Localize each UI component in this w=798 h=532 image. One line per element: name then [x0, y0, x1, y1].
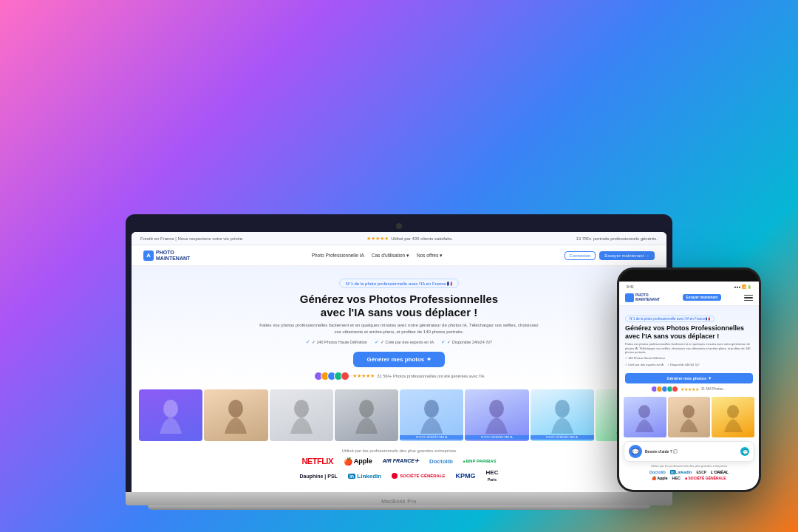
phone-brand-loreal: L'ORÉAL — [711, 470, 729, 474]
phone-photo-3 — [712, 397, 754, 437]
logo: PHOTO MAINTENANT — [143, 250, 190, 261]
nav-stars: ★★★★★ — [366, 236, 389, 242]
apple-icon: 🍎 — [344, 457, 352, 466]
laptop-screen-outer: Fondé en France | Nous respectons votre … — [126, 214, 672, 492]
phone-signal: ●●● 📶 🔋 — [734, 284, 751, 289]
brand-apple: 🍎 Apple — [344, 457, 372, 466]
hero-title: Générez vos Photos Professionnelles avec… — [146, 293, 652, 319]
main-nav: PHOTO MAINTENANT Photo Professionnelle I… — [132, 245, 666, 266]
phone-generate-button[interactable]: Générer mes photos ✦ — [625, 373, 753, 383]
brand-hec: HECParis — [486, 469, 499, 482]
brand-kpmg: KPMG — [456, 472, 476, 480]
ham-line-3 — [744, 300, 753, 301]
ham-line-1 — [744, 295, 753, 296]
phone-hero-title: Générez vos Photos Professionnelles avec… — [625, 324, 753, 341]
svg-point-8 — [638, 405, 650, 418]
phone-brands-label: Utilisé par les professionnels des plus … — [624, 464, 754, 468]
brands-row-2: Dauphine | PSL in LinkedIn SOCIÉTÉ GÉNÉR… — [146, 469, 652, 482]
phone-time: 9:41 — [627, 284, 634, 289]
nav-link-cas[interactable]: Cas d'utilisation ▾ — [372, 253, 409, 259]
svg-point-3 — [359, 400, 374, 417]
avatars-row — [314, 372, 349, 381]
phone-chat-widget[interactable]: 💬 Besoin d'aide ? 💬 💬 — [624, 441, 754, 462]
hamburger-menu[interactable] — [744, 295, 753, 301]
phone-social-proof: ★★★★★ 31 564 Photos... — [625, 386, 753, 392]
phone-features: ✓ 140 Photos Haute Définition — [625, 356, 753, 360]
svg-point-6 — [555, 400, 570, 417]
phone-feature-3: ✓ Disponible 24h/24 7j/7 — [667, 363, 700, 366]
phone-notch — [664, 270, 715, 282]
phone-brand-sg: ■ SOCIÉTÉ GÉNÉRALE — [685, 476, 726, 480]
phone-proof-stars: ★★★★★ — [681, 386, 699, 392]
photo-item-4 — [335, 389, 398, 441]
phone-brand-doctolib: Doctolib — [649, 470, 666, 474]
hero-features: ✓ ✓ 140 Photos Haute Définition ✓ ✓ Créé… — [146, 339, 652, 345]
photo-grid — [132, 389, 666, 446]
phone-photo-2 — [668, 397, 711, 437]
phone-feature-2: ✓ Créé par des experts en IA — [625, 363, 664, 366]
phone-nav: PHOTO MAINTENANT Essayer maintenant — [619, 290, 759, 306]
brand-societe-generale: SOCIÉTÉ GÉNÉRALE — [392, 473, 445, 479]
svg-point-9 — [683, 405, 695, 418]
phone-hero-badge: N°1 de la photo professionnelle avec l'I… — [625, 316, 715, 322]
photo-item-7 — [531, 389, 594, 441]
login-button[interactable]: Connexion — [565, 251, 596, 260]
laptop-foot — [148, 505, 650, 510]
hero-feature-3: ✓ ✓ Disponible 24h/24 7j/7 — [441, 339, 492, 345]
phone-brand-apple: 🍎 Apple — [652, 476, 667, 480]
photo-item-1 — [139, 389, 202, 441]
logo-text: PHOTO MAINTENANT — [156, 250, 190, 261]
phone-brands-row-1: Doctolib inLinkedIn ESCP L'ORÉAL — [624, 470, 754, 474]
brand-bnp: ▪BNP PARIBAS — [463, 458, 497, 465]
laptop-base — [126, 492, 672, 505]
phone-features-2: ✓ Créé par des experts en IA ✓ Disponibl… — [625, 363, 753, 366]
phone-cta-button[interactable]: Essayer maintenant — [683, 294, 722, 301]
phone-feature-1: ✓ 140 Photos Haute Définition — [625, 356, 665, 360]
website-content: Fondé en France | Nous respectons votre … — [132, 232, 666, 492]
phone-photo-1 — [624, 397, 666, 437]
svg-point-0 — [163, 400, 178, 417]
try-now-button[interactable]: Essayer maintenant → — [599, 251, 655, 260]
mini-avatar-5 — [341, 372, 349, 381]
phone-brand-escp: ESCP — [696, 470, 706, 474]
check-icon-1: ✓ — [306, 339, 310, 345]
scene: Fondé en France | Nous respectons votre … — [44, 22, 754, 510]
phone-proof-text: 31 564 Photos... — [701, 387, 726, 391]
ham-line-2 — [744, 297, 753, 299]
svg-point-10 — [727, 405, 739, 418]
photo-item-6 — [465, 389, 528, 441]
nav-link-offres[interactable]: Nos offres ▾ — [417, 253, 443, 259]
hero-feature-2: ✓ ✓ Créé par des experts en IA — [375, 339, 434, 345]
brand-netflix: NETFLIX — [301, 457, 332, 466]
brands-row-1: NETFLIX 🍎 Apple AIR FRANCE✈ Doctolib ▪BN… — [146, 457, 652, 466]
svg-point-1 — [228, 400, 243, 417]
hero-badge-text: N°1 de la photo professionnelle avec l'I… — [346, 281, 453, 286]
phone-brand-linkedin: inLinkedIn — [670, 470, 692, 474]
nav-top-left: Fondé en France | Nous respectons votre … — [140, 236, 244, 241]
hero-badge: N°1 de la photo professionnelle avec l'I… — [339, 279, 460, 288]
logo-icon — [143, 250, 154, 261]
phone-screen: 9:41 ●●● 📶 🔋 PHOTO MAINTENANT Essayer ma… — [619, 282, 759, 490]
chat-label: Besoin d'aide ? 💬 — [645, 449, 678, 454]
phone-brand-hec: HEC — [672, 476, 681, 480]
svg-point-2 — [294, 400, 309, 417]
phone-device: 9:41 ●●● 📶 🔋 PHOTO MAINTENANT Essayer ma… — [617, 267, 761, 492]
social-proof: ★★★★★ 31 564+ Photos professionnelles on… — [146, 372, 652, 381]
brand-linkedin: in LinkedIn — [348, 473, 381, 480]
brand-doctolib: Doctolib — [429, 458, 453, 465]
hero-cta-button[interactable]: Générer mes photos ✦ — [353, 352, 444, 367]
proof-text: 31 564+ Photos professionnelles ont été … — [378, 374, 485, 378]
check-icon-3: ✓ — [441, 339, 446, 345]
laptop-screen: Fondé en France | Nous respectons votre … — [132, 232, 666, 492]
phone-logo: PHOTO MAINTENANT — [625, 293, 660, 302]
brand-airfrance: AIR FRANCE✈ — [383, 458, 419, 464]
brands-label: Utilisé par les professionnels des plus … — [146, 449, 652, 453]
nav-top-center-text: Utilisé par 435 clients satisfaits. — [391, 236, 453, 241]
nav-top-center: ★★★★★ Utilisé par 435 clients satisfaits… — [366, 236, 453, 242]
hero-section: N°1 de la photo professionnelle avec l'I… — [132, 266, 666, 389]
nav-link-photo-pro[interactable]: Photo Professionnelle IA — [312, 253, 364, 258]
phone-hero-subtitle: Faites vos photos professionnelles facil… — [625, 342, 753, 354]
nav-top-bar: Fondé en France | Nous respectons votre … — [132, 232, 666, 245]
phone-logo-text: PHOTO MAINTENANT — [635, 293, 660, 301]
chat-icon: 💬 — [629, 445, 642, 458]
